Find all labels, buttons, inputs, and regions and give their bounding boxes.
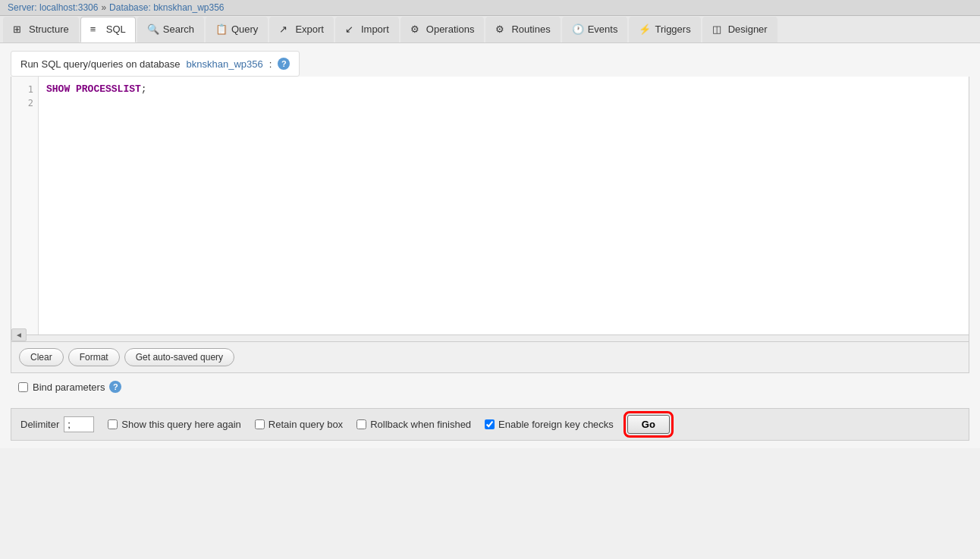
delimiter-label: Delimiter	[20, 419, 59, 430]
query-icon: 📋	[215, 24, 228, 36]
code-editor[interactable]: SHOW PROCESSLIST;	[39, 77, 969, 334]
retain-query-checkbox[interactable]	[255, 419, 265, 429]
retain-query-group: Retain query box	[255, 419, 343, 430]
go-button[interactable]: Go	[627, 415, 670, 434]
foreign-key-group: Enable foreign key checks	[485, 419, 614, 430]
line-numbers: 1 2	[11, 77, 39, 334]
editor-container: 1 2 SHOW PROCESSLIST; ◄	[11, 77, 969, 342]
editor-wrapper: 1 2 SHOW PROCESSLIST;	[11, 77, 969, 334]
foreign-key-label: Enable foreign key checks	[498, 419, 614, 430]
tab-structure[interactable]: ⊞ Structure	[3, 17, 79, 42]
delimiter-input[interactable]	[64, 416, 94, 432]
export-icon: ↗	[279, 24, 291, 36]
tab-designer[interactable]: ◫ Designer	[702, 17, 777, 42]
bottom-bar: Delimiter Show this query here again Ret…	[11, 408, 969, 441]
main-content: Run SQL query/queries on database bknskh…	[0, 43, 980, 448]
routines-icon: ⚙	[495, 24, 507, 36]
toolbar: Clear Format Get auto-saved query	[11, 342, 969, 373]
operations-icon: ⚙	[410, 24, 422, 36]
format-button[interactable]: Format	[68, 348, 120, 366]
tab-sql[interactable]: ≡ SQL	[80, 17, 136, 42]
breadcrumb-database[interactable]: Database: bknskhan_wp356	[109, 2, 224, 13]
show-query-checkbox[interactable]	[108, 419, 118, 429]
tab-export[interactable]: ↗ Export	[269, 17, 334, 42]
query-header-dbname: bknskhan_wp356	[187, 58, 263, 70]
tab-query[interactable]: 📋 Query	[206, 17, 268, 42]
designer-icon: ◫	[712, 24, 724, 36]
rollback-group: Rollback when finished	[357, 419, 471, 430]
auto-saved-query-button[interactable]: Get auto-saved query	[124, 348, 234, 366]
query-header-prefix: Run SQL query/queries on database	[20, 58, 181, 70]
bind-parameters-row: Bind parameters ?	[11, 373, 969, 400]
breadcrumb-bar: Server: localhost:3306 » Database: bknsk…	[0, 0, 980, 16]
query-header-help-icon[interactable]: ?	[278, 58, 290, 70]
tab-routines[interactable]: ⚙ Routines	[485, 17, 560, 42]
bind-parameters-label: Bind parameters	[33, 382, 105, 393]
show-query-label: Show this query here again	[121, 419, 241, 430]
tab-events[interactable]: 🕐 Events	[562, 17, 628, 42]
bind-params-help-icon[interactable]: ?	[109, 381, 121, 393]
collapse-handle[interactable]: ◄	[11, 328, 27, 341]
import-icon: ↙	[345, 24, 357, 36]
search-tab-icon: 🔍	[147, 24, 159, 36]
events-icon: 🕐	[572, 24, 584, 36]
triggers-icon: ⚡	[639, 24, 651, 36]
tab-operations[interactable]: ⚙ Operations	[400, 17, 485, 42]
delimiter-group: Delimiter	[20, 416, 94, 432]
query-header: Run SQL query/queries on database bknskh…	[11, 51, 300, 77]
retain-query-label: Retain query box	[269, 419, 343, 430]
tab-triggers[interactable]: ⚡ Triggers	[629, 17, 700, 42]
show-query-group: Show this query here again	[108, 419, 241, 430]
breadcrumb-server[interactable]: Server: localhost:3306	[8, 2, 98, 13]
code-line-1: SHOW PROCESSLIST;	[46, 83, 961, 96]
structure-icon: ⊞	[13, 24, 25, 36]
foreign-key-checkbox[interactable]	[485, 419, 495, 429]
bind-parameters-checkbox[interactable]	[18, 382, 28, 392]
code-line-2	[46, 96, 961, 110]
rollback-checkbox[interactable]	[357, 419, 366, 429]
rollback-label: Rollback when finished	[370, 419, 471, 430]
tab-import[interactable]: ↙ Import	[335, 17, 399, 42]
clear-button[interactable]: Clear	[19, 348, 64, 366]
tab-search[interactable]: 🔍 Search	[137, 17, 204, 42]
tab-bar: ⊞ Structure ≡ SQL 🔍 Search 📋 Query ↗ Exp…	[0, 16, 980, 43]
sql-icon: ≡	[90, 24, 102, 36]
